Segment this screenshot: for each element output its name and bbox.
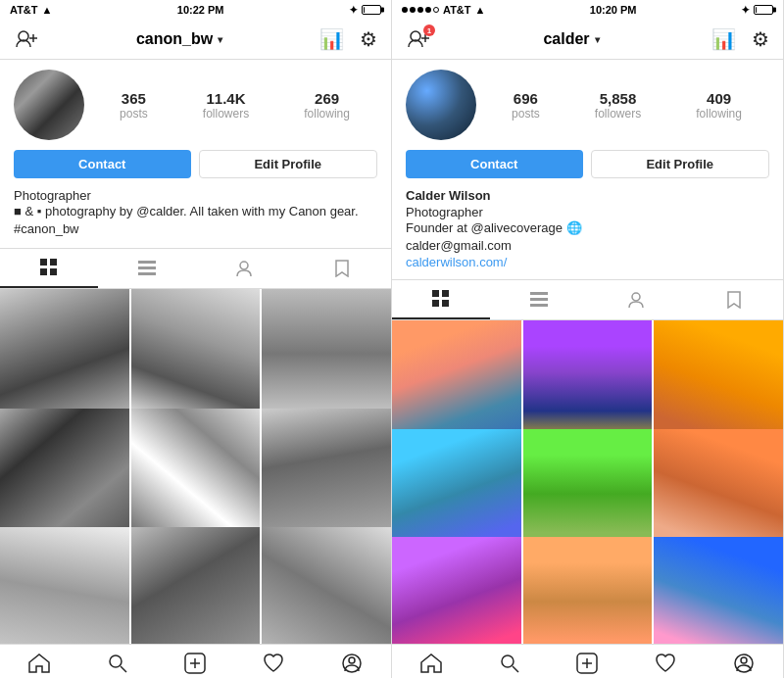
tab-grid-2[interactable] [392,280,490,319]
stats-2: 696 posts 5,858 followers 409 following [484,90,769,121]
carrier-2: AT&T [443,4,471,16]
profile-nav-2[interactable] [705,653,783,674]
search-nav-1[interactable] [78,653,157,674]
stats-icon-1[interactable]: 📊 [319,27,344,51]
svg-point-10 [240,262,248,269]
following-label-2: following [696,107,742,121]
svg-rect-4 [50,259,57,266]
tab-list-1[interactable] [98,249,196,288]
following-label-1: following [304,107,350,121]
followers-stat-2[interactable]: 5,858 followers [595,90,641,121]
bio-website-2[interactable]: calderwilson.com/ [406,255,769,269]
search-nav-2[interactable] [470,653,549,674]
svg-rect-27 [530,304,548,307]
grid-cell-2-7[interactable] [392,537,521,644]
tab-people-2[interactable] [588,280,686,319]
action-row-1: Contact Edit Profile [0,150,391,188]
grid-cell-1-2[interactable] [131,289,261,418]
following-stat-2[interactable]: 409 following [696,90,742,121]
following-stat-1[interactable]: 269 following [304,90,350,121]
nav-bar-1: canon_bw ▾ 📊 ⚙ [0,20,391,60]
stats-icon-2[interactable]: 📊 [711,27,736,51]
avatar-1 [14,70,84,140]
svg-rect-8 [138,266,156,269]
bluetooth-icon-2: ✦ [741,4,750,17]
svg-rect-7 [138,261,156,264]
svg-rect-22 [442,290,449,297]
svg-point-17 [349,657,355,663]
bottom-nav-1 [0,644,391,678]
phone-2: AT&T ▲ 10:20 PM ✦ 1 calder ▾ 📊 [392,0,784,678]
grid-cell-1-7[interactable] [0,527,129,644]
grid-cell-1-5[interactable] [131,409,261,538]
bluetooth-icon-1: ✦ [349,4,358,17]
svg-rect-3 [40,259,47,266]
svg-rect-23 [432,300,439,307]
posts-label-2: posts [512,107,540,121]
chevron-icon-2: ▾ [595,34,600,45]
following-value-1: 269 [304,90,350,107]
grid-cell-1-9[interactable] [262,527,391,644]
posts-value-2: 696 [512,90,540,107]
nav-icons-1: 📊 ⚙ [319,27,377,51]
grid-cell-1-8[interactable] [131,527,261,644]
profile-nav-1[interactable] [313,653,391,674]
photo-grid-2 [392,320,783,644]
time-2: 10:20 PM [590,4,637,16]
grid-cell-1-1[interactable] [0,289,129,418]
nav-bar-2: 1 calder ▾ 📊 ⚙ [392,20,783,60]
settings-icon-1[interactable]: ⚙ [360,27,377,51]
edit-profile-button-1[interactable]: Edit Profile [199,150,378,178]
wifi-icon-2: ▲ [475,4,486,16]
add-user-button-2[interactable]: 1 [406,28,431,50]
add-nav-1[interactable] [157,653,235,674]
posts-stat-1[interactable]: 365 posts [120,90,148,121]
grid-cell-1-3[interactable] [262,289,391,418]
chevron-icon-1: ▾ [218,34,222,45]
username-row-1[interactable]: canon_bw ▾ [136,30,222,48]
posts-stat-2[interactable]: 696 posts [512,90,540,121]
svg-rect-25 [530,292,548,295]
tab-people-1[interactable] [196,249,294,288]
home-nav-1[interactable] [0,653,78,674]
svg-rect-21 [432,290,439,297]
contact-button-2[interactable]: Contact [406,150,583,178]
svg-point-29 [502,655,514,667]
home-nav-2[interactable] [392,653,470,674]
stats-row-2: 696 posts 5,858 followers 409 following [392,60,783,150]
username-2: calder [543,30,589,48]
followers-stat-1[interactable]: 11.4K followers [203,90,249,121]
contact-button-1[interactable]: Contact [14,150,191,178]
grid-cell-1-4[interactable] [0,409,129,538]
grid-cell-2-8[interactable] [523,537,653,644]
bio-email-2: calder@gmail.com [406,237,769,255]
add-nav-2[interactable] [549,653,627,674]
bio-1: Photographer ■ & ▪ photography by @calde… [0,188,391,248]
svg-rect-24 [442,300,449,307]
add-user-button-1[interactable] [14,28,39,50]
username-row-2[interactable]: calder ▾ [543,30,599,48]
bio-2: Calder Wilson Photographer Founder at @a… [392,188,783,279]
tab-grid-1[interactable] [0,249,98,288]
bio-line2-2: Founder at @alivecoverage 🌐 [406,219,769,237]
grid-cell-2-9[interactable] [654,537,783,644]
carrier-1: AT&T [10,4,38,16]
bio-role-1: Photographer [14,188,377,203]
posts-value-1: 365 [120,90,148,107]
svg-line-30 [513,666,518,672]
status-bar-2: AT&T ▲ 10:20 PM ✦ [392,0,783,20]
battery-1 [362,5,381,15]
status-left-2: AT&T ▲ [402,4,485,16]
heart-nav-1[interactable] [234,653,313,674]
settings-icon-2[interactable]: ⚙ [752,27,769,51]
tab-saved-1[interactable] [293,249,391,288]
photo-grid-1 [0,289,391,644]
grid-cell-1-6[interactable] [262,409,391,538]
tab-list-2[interactable] [490,280,588,319]
bio-name-2: Calder Wilson [406,188,769,203]
wifi-icon-1: ▲ [42,4,53,16]
edit-profile-button-2[interactable]: Edit Profile [591,150,770,178]
heart-nav-2[interactable] [626,653,705,674]
tab-saved-2[interactable] [685,280,783,319]
avatar-2 [406,70,476,140]
